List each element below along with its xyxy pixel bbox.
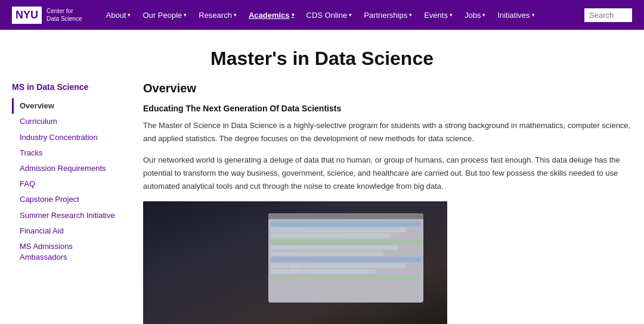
- sidebar-item-industry-concentration[interactable]: Industry Concentration: [12, 130, 119, 145]
- chevron-down-icon: ▾: [292, 12, 295, 18]
- chevron-down-icon: ▾: [128, 12, 131, 18]
- nav-cds-online[interactable]: CDS Online ▾: [301, 11, 358, 20]
- sidebar-item-ms-admissions-ambassadors[interactable]: MS Admissions Ambassadors: [12, 239, 119, 265]
- video-thumbnail: [143, 201, 447, 324]
- nyu-logo: NYU: [12, 7, 42, 24]
- logo-subtitle-line1: Center for: [47, 7, 82, 15]
- sidebar-item-tracks[interactable]: Tracks: [12, 145, 119, 161]
- nav-academics[interactable]: Academics ▾: [243, 11, 301, 20]
- chevron-down-icon: ▾: [532, 12, 535, 18]
- video-container[interactable]: CDS Introduction to the MS in Data Scien…: [143, 201, 447, 324]
- nav-partnerships[interactable]: Partnerships ▾: [358, 11, 418, 20]
- nav-research[interactable]: Research ▾: [193, 11, 243, 20]
- chevron-down-icon: ▾: [349, 12, 352, 18]
- sidebar-item-summer-research-initiative[interactable]: Summer Research Initiative: [12, 208, 119, 223]
- main-layout: MS in Data Science Overview Curriculum I…: [0, 82, 644, 324]
- nav-jobs[interactable]: Jobs ▾: [459, 11, 491, 20]
- sidebar-item-capstone-project[interactable]: Capstone Project: [12, 192, 119, 207]
- content-paragraph-1: The Master of Science in Data Science is…: [143, 119, 632, 145]
- main-content: Overview Educating The Next Generation O…: [131, 82, 632, 324]
- nav-our-people[interactable]: Our People ▾: [137, 11, 193, 20]
- sidebar-item-faq[interactable]: FAQ: [12, 176, 119, 192]
- sidebar: MS in Data Science Overview Curriculum I…: [12, 82, 131, 324]
- sidebar-item-curriculum[interactable]: Curriculum: [12, 114, 119, 129]
- nav-initiatives[interactable]: Initiatives ▾: [491, 11, 540, 20]
- logo-area[interactable]: NYU Center for Data Science: [12, 7, 82, 24]
- chevron-down-icon: ▾: [234, 12, 237, 18]
- chevron-down-icon: ▾: [184, 12, 187, 18]
- video-overlay: [143, 201, 447, 324]
- sidebar-item-financial-aid[interactable]: Financial Aid: [12, 223, 119, 239]
- chevron-down-icon: ▾: [450, 12, 453, 18]
- page-title: Master's in Data Science: [12, 48, 632, 70]
- content-subtitle: Educating The Next Generation Of Data Sc…: [143, 104, 632, 113]
- search-input[interactable]: [584, 8, 632, 22]
- sidebar-section-title: MS in Data Science: [12, 82, 119, 92]
- nav-events[interactable]: Events ▾: [418, 11, 459, 20]
- header: NYU Center for Data Science About ▾ Our …: [0, 0, 644, 30]
- sidebar-item-admission-requirements[interactable]: Admission Requirements: [12, 161, 119, 176]
- section-heading: Overview: [143, 82, 632, 95]
- chevron-down-icon: ▾: [482, 12, 485, 18]
- nav-about[interactable]: About ▾: [100, 11, 137, 20]
- logo-subtitle-line2: Data Science: [47, 15, 82, 23]
- chevron-down-icon: ▾: [409, 12, 412, 18]
- page-title-area: Master's in Data Science: [0, 30, 644, 82]
- main-nav: About ▾ Our People ▾ Research ▾ Academic…: [100, 11, 585, 20]
- logo-text: Center for Data Science: [47, 7, 82, 23]
- sidebar-item-overview[interactable]: Overview: [12, 98, 119, 114]
- content-paragraph-2: Our networked world is generating a delu…: [143, 154, 632, 193]
